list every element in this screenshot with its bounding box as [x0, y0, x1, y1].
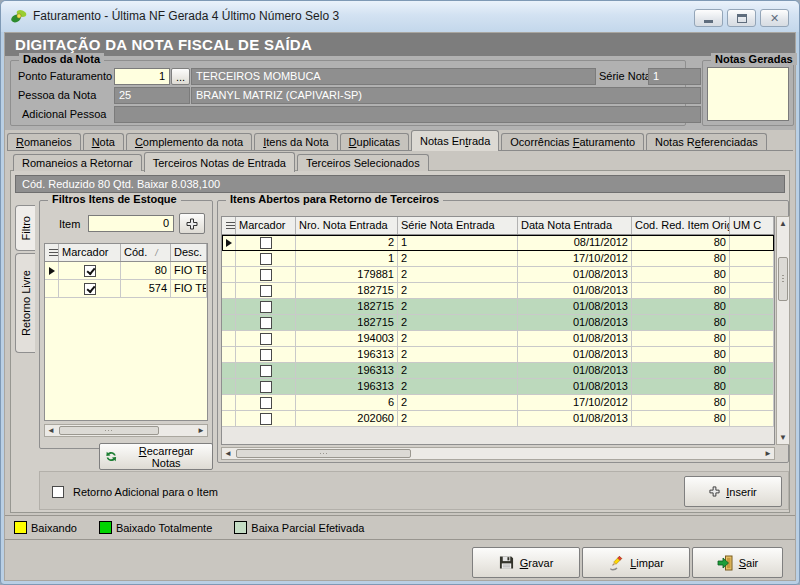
scroll-right-icon[interactable]: ► [196, 425, 206, 436]
gravar-button[interactable]: Gravar [472, 547, 580, 578]
tab-notas-entrada[interactable]: Notas Entrada [411, 130, 499, 151]
filtros-row-1[interactable]: 574FIO TEX [45, 280, 207, 298]
grid-cell [730, 267, 774, 283]
minimize-button[interactable] [694, 9, 723, 27]
column-header-um-c[interactable]: UM C [730, 217, 774, 234]
maximize-button[interactable] [727, 9, 756, 27]
tab-duplicatas[interactable]: Duplicatas [340, 133, 409, 150]
itens-row-0-checkbox[interactable] [260, 237, 272, 249]
grid-cell: 01/08/2013 [518, 347, 632, 363]
column-header-desc[interactable]: Desc. [171, 244, 207, 261]
scroll-left-icon[interactable]: ◄ [223, 448, 233, 459]
side-tab-filtro[interactable]: Filtro [15, 205, 35, 251]
grid-cell [730, 283, 774, 299]
itens-row-11-checkbox[interactable] [260, 413, 272, 425]
column-header-cód[interactable]: Cód./ [121, 244, 171, 261]
main-hscrollbar[interactable]: ◄ ► [221, 447, 775, 460]
column-header-data-nota-entrada[interactable]: Data Nota Entrada [518, 217, 632, 234]
grid-cell: 80 [632, 331, 730, 347]
column-header-cod-red-item-orig[interactable]: Cod. Red. Item Orig. [632, 217, 730, 234]
column-header-marcador[interactable]: Marcador [59, 244, 121, 261]
itens-row-0[interactable]: 2108/11/201280 [222, 235, 774, 251]
grid-cell: 182715 [296, 283, 398, 299]
side-tab-retorno-livre[interactable]: Retorno Livre [15, 253, 35, 353]
item-label: Item [59, 218, 80, 230]
add-item-button[interactable] [179, 213, 205, 234]
itens-row-9[interactable]: 196313201/08/201380 [222, 379, 774, 395]
itens-row-2[interactable]: 179881201/08/201380 [222, 267, 774, 283]
grid-cell [730, 363, 774, 379]
column-header-marcador[interactable]: Marcador [236, 217, 296, 234]
column-header-série-nota-entrada[interactable]: Série Nota Entrada [398, 217, 518, 234]
tab-itens-da-nota[interactable]: Itens da Nota [254, 133, 337, 150]
tab-ocorrências-faturamento[interactable]: Ocorrências Faturamento [501, 133, 644, 150]
main-grid-header: MarcadorNro. Nota EntradaSérie Nota Entr… [222, 217, 774, 235]
tab-nota[interactable]: Nota [83, 133, 124, 150]
sair-button[interactable]: Sair [692, 547, 783, 578]
grid-cell [730, 235, 774, 251]
scroll-thumb[interactable] [59, 426, 159, 435]
grid-cell: 80 [121, 262, 171, 280]
close-button[interactable]: ✕ [760, 9, 789, 27]
main-vscrollbar[interactable]: ▲ ▼ [776, 216, 790, 445]
top-section: Dados da Nota Ponto Faturamento 1 ... TE… [5, 56, 795, 130]
filtros-grid-body: 80FIO TEX574FIO TEX [45, 262, 207, 298]
itens-row-1-checkbox[interactable] [260, 253, 272, 265]
subtab-terceiros-notas-de-entrada[interactable]: Terceiros Notas de Entrada [144, 152, 295, 172]
filtros-hscrollbar[interactable]: ◄ ► [44, 424, 208, 437]
itens-row-6-checkbox[interactable] [260, 333, 272, 345]
grid-cell [236, 395, 296, 411]
filtros-row-1-checkbox[interactable] [84, 283, 96, 295]
itens-row-6[interactable]: 194003201/08/201380 [222, 331, 774, 347]
row-indicator [45, 280, 59, 298]
tab-romaneios[interactable]: Romaneios [7, 133, 81, 150]
itens-row-9-checkbox[interactable] [260, 381, 272, 393]
itens-row-10[interactable]: 6217/10/201280 [222, 395, 774, 411]
limpar-button[interactable]: Limpar [582, 547, 690, 578]
tab-complemento-da-nota[interactable]: Complemento da nota [126, 133, 252, 150]
scroll-left-icon[interactable]: ◄ [46, 425, 56, 436]
itens-row-2-checkbox[interactable] [260, 269, 272, 281]
grid-cell [236, 411, 296, 427]
itens-row-3-checkbox[interactable] [260, 285, 272, 297]
row-indicator [222, 379, 236, 395]
itens-abertos-group: Itens Abertos para Retorno de Terceiros … [217, 200, 789, 463]
row-indicator [222, 251, 236, 267]
inserir-button[interactable]: Inserir [684, 476, 782, 507]
itens-row-8-checkbox[interactable] [260, 365, 272, 377]
itens-row-8[interactable]: 196313201/08/201380 [222, 363, 774, 379]
scroll-right-icon[interactable]: ► [763, 448, 773, 459]
itens-row-4[interactable]: 182715201/08/201380 [222, 299, 774, 315]
ponto-faturamento-browse-button[interactable]: ... [171, 68, 190, 85]
itens-row-11[interactable]: 202060201/08/201380 [222, 411, 774, 427]
recarregar-notas-button[interactable]: Recarregar Notas [99, 443, 213, 470]
scroll-thumb[interactable] [236, 449, 411, 458]
itens-row-7[interactable]: 196313201/08/201380 [222, 347, 774, 363]
scroll-down-icon[interactable]: ▼ [777, 432, 789, 443]
titlebar[interactable]: Faturamento - Última NF Gerada 4 Último … [1, 1, 799, 32]
itens-row-5[interactable]: 182715201/08/201380 [222, 315, 774, 331]
itens-row-10-checkbox[interactable] [260, 397, 272, 409]
retorno-adicional-checkbox[interactable] [52, 486, 64, 498]
itens-row-7-checkbox[interactable] [260, 349, 272, 361]
tab-notas-referenciadas[interactable]: Notas Referenciadas [646, 133, 767, 150]
itens-row-4-checkbox[interactable] [260, 301, 272, 313]
filtros-row-0-checkbox[interactable] [84, 265, 96, 277]
subtab-romaneios-a-retornar[interactable]: Romaneios a Retornar [13, 154, 142, 171]
column-header-nro-nota-entrada[interactable]: Nro. Nota Entrada [296, 217, 398, 234]
scroll-up-icon[interactable]: ▲ [777, 218, 789, 229]
grid-cell: 01/08/2013 [518, 315, 632, 331]
itens-row-5-checkbox[interactable] [260, 317, 272, 329]
grid-cell: 08/11/2012 [518, 235, 632, 251]
serie-nota-label: Série Nota [599, 70, 651, 82]
itens-row-1[interactable]: 1217/10/201280 [222, 251, 774, 267]
subtab-terceiros-selecionados[interactable]: Terceiros Selecionados [297, 154, 429, 171]
item-input[interactable]: 0 [88, 215, 174, 232]
plus-icon [186, 218, 198, 230]
filtros-row-0[interactable]: 80FIO TEX [45, 262, 207, 280]
scroll-thumb[interactable] [778, 257, 788, 301]
ponto-faturamento-input[interactable]: 1 [114, 68, 170, 85]
grid-cell [236, 347, 296, 363]
grid-cell [730, 379, 774, 395]
itens-row-3[interactable]: 182715201/08/201380 [222, 283, 774, 299]
